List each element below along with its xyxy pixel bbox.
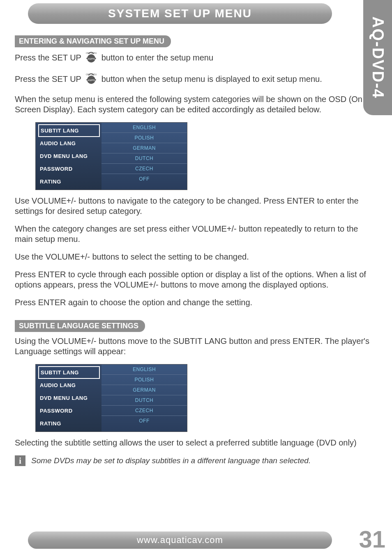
page-number: 31	[359, 525, 385, 553]
osd-item: DVD MENU LANG	[38, 150, 101, 162]
osd-option: DUTCH	[101, 395, 187, 406]
osd-item: PASSWORD	[38, 404, 101, 417]
setup-button-icon: OSD*SETU AS/PS	[84, 73, 98, 87]
svg-text:AS/PS: AS/PS	[88, 79, 95, 81]
svg-text:OSD*SETU: OSD*SETU	[86, 73, 97, 76]
paragraph: When the category changes are set press …	[15, 224, 372, 244]
osd-option: CZECH	[101, 406, 187, 416]
osd-item: PASSWORD	[38, 162, 101, 175]
paragraph: Press the SET UP OSD*SETU AS/PS button w…	[15, 73, 372, 87]
osd-options-right: ENGLISH POLISH GERMAN DUTCH CZECH OFF	[101, 123, 187, 190]
osd-option: ENGLISH	[101, 364, 187, 375]
svg-text:AS/PS: AS/PS	[88, 58, 95, 60]
osd-option: GERMAN	[101, 385, 187, 395]
osd-item: RATING	[38, 175, 101, 188]
paragraph: Press ENTER again to choose the option a…	[15, 297, 372, 308]
osd-screenshot: SUBTIT LANG AUDIO LANG DVD MENU LANG PAS…	[35, 364, 187, 432]
osd-option: ENGLISH	[101, 123, 187, 133]
osd-menu-left: SUBTIT LANG AUDIO LANG DVD MENU LANG PAS…	[36, 123, 101, 190]
paragraph: Use the VOLUME+/- buttons to select the …	[15, 252, 372, 262]
section-heading-subtitle: SUBTITLE LANGUAGE SETTINGS	[15, 320, 145, 332]
osd-option: OFF	[101, 174, 187, 184]
osd-option: CZECH	[101, 164, 187, 174]
setup-button-icon: OSD*SETU AS/PS	[84, 51, 98, 65]
paragraph: Press ENTER to cycle through each possib…	[15, 269, 372, 290]
osd-option: DUTCH	[101, 153, 187, 164]
osd-screenshot: SUBTIT LANG AUDIO LANG DVD MENU LANG PAS…	[35, 122, 187, 190]
osd-options-right: ENGLISH POLISH GERMAN DUTCH CZECH OFF	[101, 364, 187, 432]
footer-bar: www.aquaticav.com	[28, 531, 332, 549]
osd-item: AUDIO LANG	[38, 137, 101, 150]
paragraph: When the setup menu is entered the follo…	[15, 94, 372, 115]
info-text: Some DVDs may be set to display subtitle…	[31, 456, 311, 465]
osd-item: AUDIO LANG	[38, 379, 101, 392]
page-title: SYSTEM SET UP MENU	[108, 7, 252, 20]
osd-item: RATING	[38, 417, 101, 430]
osd-menu-left: SUBTIT LANG AUDIO LANG DVD MENU LANG PAS…	[36, 364, 101, 432]
paragraph: Use VOLUME+/- buttons to navigate to the…	[15, 196, 372, 216]
content-area: ENTERING & NAVIGATING SET UP MENU Press …	[15, 35, 372, 466]
info-icon: i	[15, 455, 25, 466]
osd-option: GERMAN	[101, 143, 187, 153]
paragraph: Using the VOLUME+/- buttons move to the …	[15, 336, 372, 357]
footer-url: www.aquaticav.com	[137, 535, 223, 545]
section-heading-entering: ENTERING & NAVIGATING SET UP MENU	[15, 35, 171, 47]
paragraph: Press the SET UP OSD*SETU AS/PS button t…	[15, 51, 372, 65]
osd-item: DVD MENU LANG	[38, 392, 101, 404]
svg-text:OSD*SETU: OSD*SETU	[86, 52, 97, 54]
page-header: SYSTEM SET UP MENU	[28, 3, 332, 24]
osd-option: OFF	[101, 416, 187, 426]
osd-item-selected: SUBTIT LANG	[38, 366, 100, 379]
osd-option: POLISH	[101, 133, 187, 143]
osd-option: POLISH	[101, 375, 187, 385]
paragraph: Selecting the subtitle setting allows th…	[15, 438, 372, 448]
osd-item-selected: SUBTIT LANG	[38, 124, 100, 137]
info-note: i Some DVDs may be set to display subtit…	[15, 455, 372, 466]
